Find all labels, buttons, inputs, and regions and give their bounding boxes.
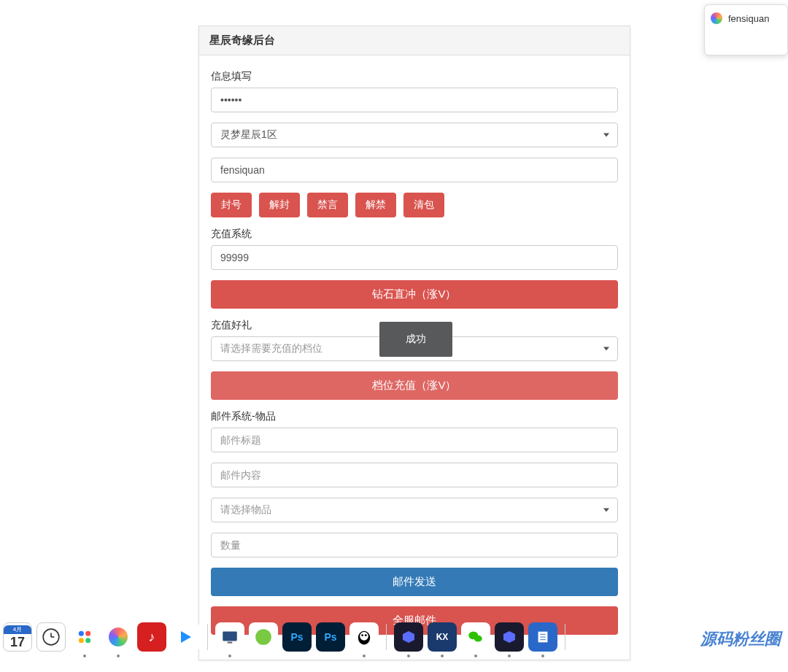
kx-icon[interactable]: KX: [428, 622, 457, 652]
svg-rect-9: [228, 642, 233, 644]
svg-point-5: [79, 638, 84, 643]
clock-icon[interactable]: [36, 622, 66, 652]
taskbar-separator: [565, 624, 565, 650]
ban-button[interactable]: 封号: [211, 193, 252, 217]
calendar-month: 4月: [4, 625, 31, 634]
notepad-icon[interactable]: [528, 622, 557, 652]
clearbag-button[interactable]: 清包: [403, 193, 444, 217]
mail-content-input[interactable]: [211, 463, 618, 487]
svg-point-13: [361, 634, 363, 636]
monitor-icon[interactable]: [215, 622, 244, 652]
info-label: 信息填写: [211, 70, 618, 83]
calendar-icon[interactable]: 4月 17: [3, 622, 32, 652]
photoshop-icon[interactable]: Ps: [282, 622, 312, 652]
server-select-value: 灵梦星辰1区: [211, 123, 618, 147]
taskbar-separator: [386, 624, 387, 650]
video-app-icon[interactable]: [171, 622, 200, 652]
calendar-day: 17: [10, 636, 25, 649]
chevron-down-icon: [603, 134, 609, 137]
panel-body: 信息填写 灵梦星辰1区 封号 解封 禁言 解禁 清包 充值系统 钻石直冲（涨V）…: [199, 55, 630, 660]
password-input[interactable]: [211, 88, 618, 112]
action-button-row: 封号 解封 禁言 解禁 清包: [211, 193, 618, 217]
baidu-netdisk-icon[interactable]: [70, 622, 99, 652]
wechat-icon[interactable]: [461, 622, 490, 652]
svg-marker-18: [503, 631, 515, 643]
svg-point-14: [365, 634, 367, 636]
svg-point-17: [474, 636, 482, 642]
svg-marker-7: [181, 631, 191, 643]
recharge-amount-input[interactable]: [211, 245, 618, 270]
mail-title-input[interactable]: [211, 428, 618, 452]
tier-recharge-button[interactable]: 档位充值（涨V）: [211, 371, 618, 400]
mail-qty-input[interactable]: [211, 533, 618, 557]
browser-icon: [711, 12, 722, 24]
mail-send-button[interactable]: 邮件发送: [211, 568, 618, 596]
mail-item-placeholder: 请选择物品: [211, 498, 618, 522]
popup-row: fensiquan: [711, 12, 781, 24]
netease-music-icon[interactable]: ♪: [137, 622, 166, 652]
svg-point-6: [85, 638, 90, 643]
taskbar-separator: [207, 624, 208, 650]
svg-rect-8: [223, 631, 237, 641]
panel-title: 星辰奇缘后台: [199, 26, 630, 55]
nox-icon[interactable]: [394, 622, 423, 652]
popup-text: fensiquan: [728, 13, 769, 24]
chevron-down-icon: [603, 347, 609, 351]
recharge-label: 充值系统: [211, 228, 618, 241]
svg-point-10: [255, 629, 271, 645]
success-toast: 成功: [379, 322, 452, 357]
unban-button[interactable]: 解封: [259, 193, 300, 217]
mail-label: 邮件系统-物品: [211, 410, 618, 423]
nox-icon-2[interactable]: [495, 622, 524, 652]
photoshop-icon-2[interactable]: Ps: [316, 622, 345, 652]
unmute-button[interactable]: 解禁: [355, 193, 396, 217]
leaf-app-icon[interactable]: [249, 622, 278, 652]
svg-marker-15: [403, 631, 414, 643]
browser-app-icon[interactable]: [104, 622, 133, 652]
server-select[interactable]: 灵梦星辰1区: [211, 123, 618, 147]
taskbar: 4月 17 ♪ Ps Ps KX: [0, 619, 788, 654]
svg-point-4: [85, 631, 90, 636]
watermark-text: 源码粉丝圈: [700, 628, 781, 650]
diamond-recharge-button[interactable]: 钻石直冲（涨V）: [211, 280, 618, 309]
notification-popup[interactable]: fensiquan: [704, 4, 788, 55]
svg-point-3: [79, 631, 84, 636]
svg-point-12: [360, 632, 368, 641]
mail-item-select[interactable]: 请选择物品: [211, 498, 618, 522]
username-input[interactable]: [211, 158, 618, 182]
qq-icon[interactable]: [349, 622, 379, 652]
mute-button[interactable]: 禁言: [307, 193, 348, 217]
chevron-down-icon: [603, 509, 609, 512]
